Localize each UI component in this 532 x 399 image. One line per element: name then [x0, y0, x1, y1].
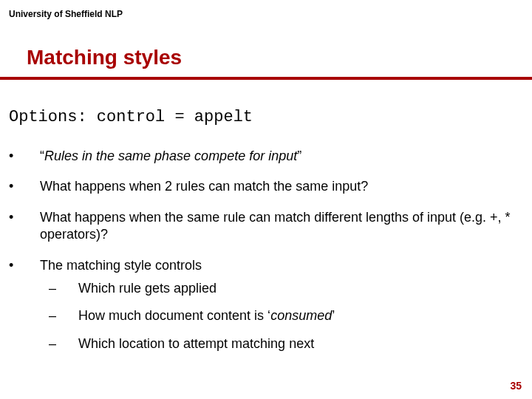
sub-bullet-item: – Which rule gets applied [49, 280, 514, 297]
sub-text-post: ’ [332, 308, 335, 323]
bullet-text: “Rules in the same phase compete for inp… [40, 148, 514, 165]
page-number: 35 [510, 380, 522, 392]
bullet-text: What happens when 2 rules can match the … [40, 178, 514, 195]
bullet-mark: • [9, 257, 40, 274]
bullet-text: The matching style controls [40, 257, 514, 274]
org-header: University of Sheffield NLP [9, 9, 123, 19]
sub-list: – Which rule gets applied – How much doc… [49, 280, 514, 352]
bullet-italic: Rules in the same phase compete for inpu… [44, 149, 297, 163]
dash-mark: – [49, 335, 78, 352]
sub-bullet-text: Which rule gets applied [78, 280, 514, 297]
bullet-item: • What happens when the same rule can ma… [9, 209, 514, 244]
bullet-item: • “Rules in the same phase compete for i… [9, 148, 514, 165]
sub-bullet-text: Which location to attempt matching next [78, 335, 514, 352]
sub-bullet-item: – Which location to attempt matching nex… [49, 335, 514, 352]
sub-text-pre: How much document content is ‘ [78, 308, 270, 323]
options-code: Options: control = appelt [9, 108, 253, 126]
dash-mark: – [49, 307, 78, 324]
slide-title: Matching styles [27, 46, 182, 69]
sub-bullet-text: How much document content is ‘consumed’ [78, 307, 514, 324]
bullet-item: • What happens when 2 rules can match th… [9, 178, 514, 195]
sub-bullet-item: – How much document content is ‘consumed… [49, 307, 514, 324]
bullet-text: What happens when the same rule can matc… [40, 209, 514, 244]
bullet-item: • The matching style controls [9, 257, 514, 274]
slide-body: • “Rules in the same phase compete for i… [9, 148, 514, 363]
sub-text-italic: consumed [270, 308, 332, 323]
dash-mark: – [49, 280, 78, 297]
bullet-mark: • [9, 148, 40, 165]
bullet-mark: • [9, 178, 40, 195]
title-rule [0, 77, 532, 80]
bullet-mark: • [9, 209, 40, 244]
quote-close: ” [297, 149, 301, 163]
